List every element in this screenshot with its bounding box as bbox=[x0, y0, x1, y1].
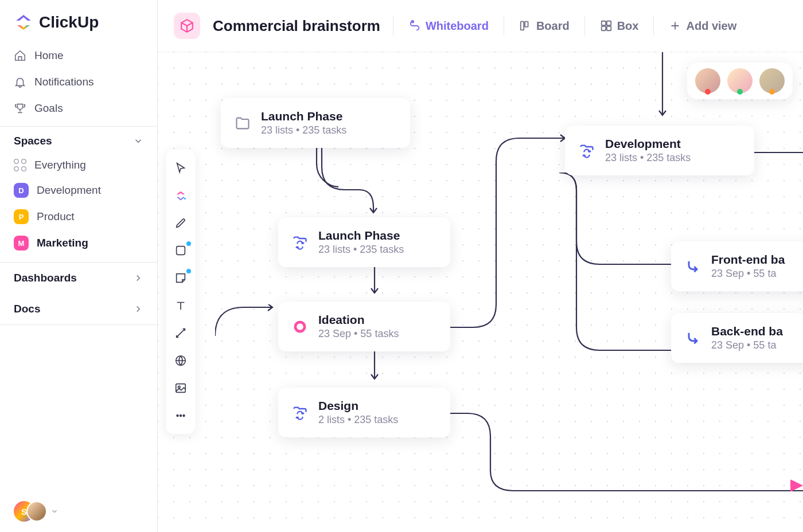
spaces-header-label: Spaces bbox=[14, 135, 52, 147]
svg-rect-7 bbox=[177, 247, 185, 255]
view-tab-label: Whiteboard bbox=[426, 19, 489, 33]
card-meta: 2 lists • 235 tasks bbox=[318, 414, 398, 426]
page-title: Commercial brainstorm bbox=[213, 17, 380, 35]
card-meta: 23 lists • 235 tasks bbox=[605, 152, 691, 164]
color-dot bbox=[186, 214, 191, 218]
image-icon bbox=[174, 382, 187, 394]
card-launch-phase-top[interactable]: Launch Phase 23 lists • 235 tasks bbox=[221, 98, 410, 148]
space-badge: D bbox=[14, 183, 29, 198]
card-launch-phase-2[interactable]: Launch Phase 23 lists • 235 tasks bbox=[278, 217, 450, 267]
card-meta: 23 Sep • 55 tasks bbox=[318, 328, 399, 340]
nav-goals-label: Goals bbox=[34, 102, 63, 115]
avatar: .pres-av:nth-child(2)::after{background:… bbox=[727, 68, 753, 93]
grid-icon bbox=[600, 19, 613, 32]
card-meta: 23 Sep • 55 ta bbox=[711, 268, 785, 280]
avatar-stack: S bbox=[14, 501, 47, 522]
space-product[interactable]: P Product bbox=[0, 204, 157, 230]
space-label: Development bbox=[37, 184, 101, 197]
logo[interactable]: ClickUp bbox=[0, 0, 157, 42]
connector bbox=[450, 132, 576, 339]
plus-icon bbox=[669, 19, 681, 32]
tool-shape[interactable] bbox=[168, 238, 193, 263]
connector bbox=[363, 264, 386, 304]
connector bbox=[215, 304, 284, 339]
card-ideation[interactable]: Ideation 23 Sep • 55 tasks bbox=[278, 302, 450, 351]
nav-everything[interactable]: Everything bbox=[0, 153, 157, 177]
tool-sticky[interactable] bbox=[168, 265, 193, 291]
view-tab-box[interactable]: Box bbox=[598, 16, 641, 36]
card-development[interactable]: Development 23 lists • 235 tasks bbox=[565, 126, 754, 175]
tool-pen[interactable] bbox=[168, 210, 193, 236]
add-view-button[interactable]: Add view bbox=[666, 16, 739, 36]
nav-dashboards[interactable]: Dashboards bbox=[0, 262, 157, 294]
subtask-icon bbox=[684, 257, 702, 276]
divider bbox=[653, 16, 654, 36]
nav-home[interactable]: Home bbox=[0, 42, 157, 69]
tool-image[interactable] bbox=[168, 375, 193, 401]
nav-notifications[interactable]: Notifications bbox=[0, 69, 157, 95]
text-icon bbox=[174, 299, 187, 312]
sidebar: ClickUp Home Notifications Goals Spaces … bbox=[0, 0, 158, 532]
space-development[interactable]: D Development bbox=[0, 177, 157, 204]
card-meta: 23 lists • 235 tasks bbox=[318, 244, 404, 256]
svg-point-12 bbox=[180, 415, 182, 417]
sync-folder-icon bbox=[578, 142, 596, 160]
header: Commercial brainstorm Whiteboard Board B… bbox=[158, 0, 803, 52]
tool-text[interactable] bbox=[168, 293, 193, 318]
svg-point-10 bbox=[178, 386, 180, 388]
tool-clickup[interactable] bbox=[168, 183, 193, 208]
space-label: Marketing bbox=[37, 237, 88, 249]
svg-rect-3 bbox=[601, 21, 605, 25]
globe-icon bbox=[174, 354, 187, 367]
card-meta: 23 lists • 235 tasks bbox=[261, 124, 346, 136]
home-icon bbox=[14, 49, 26, 62]
card-backend[interactable]: Back-end ba 23 Sep • 55 ta bbox=[671, 313, 803, 363]
card-design[interactable]: Design 2 lists • 235 tasks bbox=[278, 388, 450, 437]
whiteboard-canvas[interactable]: .pres-av:nth-child(1)::after{background:… bbox=[158, 52, 803, 532]
svg-rect-4 bbox=[607, 21, 611, 25]
svg-point-11 bbox=[177, 415, 178, 417]
spaces-header[interactable]: Spaces bbox=[0, 126, 157, 153]
card-title: Design bbox=[318, 399, 398, 413]
card-title: Launch Phase bbox=[261, 109, 346, 123]
user-menu[interactable]: S bbox=[0, 491, 157, 532]
divider bbox=[393, 16, 393, 36]
tool-select[interactable] bbox=[168, 155, 193, 181]
svg-rect-1 bbox=[521, 22, 524, 30]
connector-icon bbox=[174, 327, 187, 339]
page-icon[interactable] bbox=[174, 13, 200, 39]
svg-point-13 bbox=[183, 415, 185, 417]
svg-rect-2 bbox=[525, 22, 528, 27]
tool-embed[interactable] bbox=[168, 348, 193, 373]
card-frontend[interactable]: Front-end ba 23 Sep • 55 ta bbox=[671, 241, 803, 291]
avatar bbox=[26, 501, 47, 522]
tool-more[interactable] bbox=[168, 403, 193, 428]
chevron-right-icon bbox=[133, 273, 143, 283]
divider bbox=[504, 16, 504, 36]
view-tab-board[interactable]: Board bbox=[517, 16, 572, 36]
view-tab-whiteboard[interactable]: Whiteboard bbox=[406, 16, 491, 36]
sync-folder-icon bbox=[291, 233, 309, 252]
board-icon bbox=[519, 19, 532, 32]
add-view-label: Add view bbox=[686, 19, 736, 33]
presence-indicator[interactable]: .pres-av:nth-child(1)::after{background:… bbox=[687, 62, 793, 99]
sync-folder-icon bbox=[291, 404, 309, 422]
subtask-icon bbox=[684, 329, 702, 347]
space-badge: M bbox=[14, 236, 29, 251]
tool-connector[interactable] bbox=[168, 320, 193, 346]
dashboards-label: Dashboards bbox=[14, 272, 77, 284]
status-circle-icon bbox=[291, 318, 309, 336]
connector bbox=[651, 52, 674, 127]
folder-icon bbox=[233, 114, 252, 132]
trophy-icon bbox=[14, 102, 26, 115]
color-dot bbox=[186, 241, 191, 246]
card-title: Launch Phase bbox=[318, 229, 404, 242]
space-marketing[interactable]: M Marketing bbox=[0, 230, 157, 256]
canvas-toolbar bbox=[166, 150, 196, 434]
caret-down-icon bbox=[50, 507, 59, 515]
cursor-icon bbox=[174, 162, 187, 174]
bell-icon bbox=[14, 76, 26, 88]
nav-docs[interactable]: Docs bbox=[0, 294, 157, 324]
nav-goals[interactable]: Goals bbox=[0, 95, 157, 122]
everything-label: Everything bbox=[34, 159, 86, 171]
